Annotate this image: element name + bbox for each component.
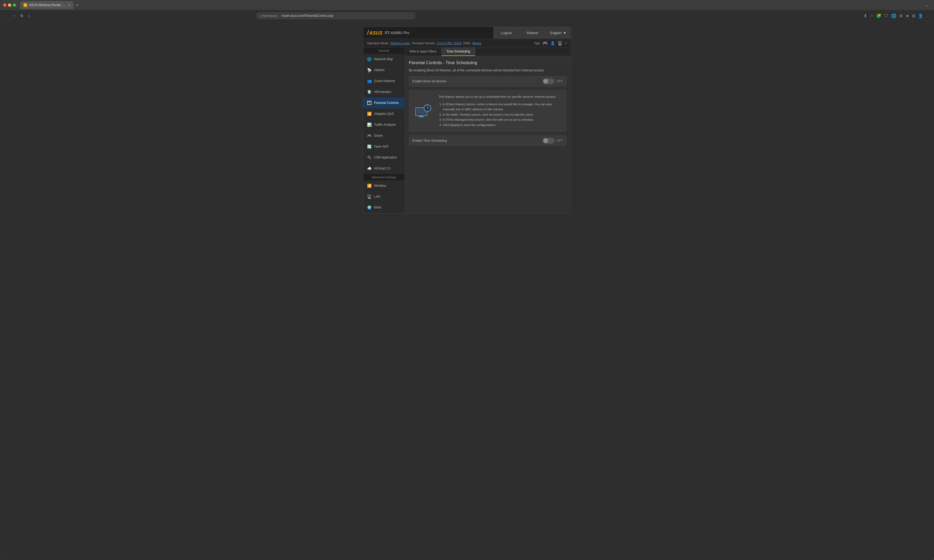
block-all-devices-row: Enable block all devices OFF — [409, 76, 566, 86]
globe-icon[interactable]: 🌐 — [891, 13, 897, 19]
user-icon[interactable]: 👤 — [550, 41, 555, 45]
sidebar-item-adaptive-qos[interactable]: 📶 Adaptive QoS — [363, 108, 404, 119]
monitor-icon[interactable]: 🖥️ — [558, 41, 562, 45]
main-layout: General 🌐 Network Map 📡 AiMesh 👥 Guest N… — [363, 48, 571, 213]
browser-tab[interactable]: A ASUS Wireless Router RT-AX8 × — [20, 1, 74, 9]
wireless-label: Wireless — [374, 184, 386, 188]
close-window-button[interactable] — [3, 3, 6, 7]
reboot-button[interactable]: Reboot — [519, 27, 546, 39]
language-selector[interactable]: English ▼ — [546, 27, 571, 39]
network-map-label: Network Map — [374, 57, 393, 61]
page-title: Parental Controls - Time Scheduling — [409, 60, 566, 65]
network-share-icon[interactable]: ⑂ — [565, 41, 567, 45]
operation-mode-value[interactable]: Wireless router — [390, 42, 410, 45]
aiprotection-icon: 🛡️ — [367, 89, 372, 95]
ssid-label: SSID: — [463, 42, 471, 45]
block-all-toggle-track[interactable] — [543, 78, 555, 84]
bookmark-icon[interactable]: ☆ — [869, 13, 874, 19]
tab-time-scheduling[interactable]: Time Scheduling — [442, 48, 475, 56]
asus-logo-text: /ASUS — [367, 29, 382, 36]
sidebar-item-parental-controls[interactable]: 👨‍👩‍👧 Parental Controls — [363, 97, 404, 108]
browser-window: A ASUS Wireless Router RT-AX8 × + ⌄ ← → … — [0, 0, 934, 560]
sidebar-item-lan[interactable]: 🖥️ LAN — [363, 191, 404, 202]
instruction-item-4: Click [Apply] to save the configurations… — [443, 123, 563, 128]
guest-network-label: Guest Network — [374, 79, 395, 83]
router-header: /ASUS RT-AX86U Pro Logout Reboot English… — [363, 27, 571, 39]
traffic-analyzer-label: Traffic Analyzer — [374, 123, 396, 126]
status-icons: App 🎮 👤 🖥️ ⑂ — [534, 40, 567, 46]
svg-rect-3 — [418, 117, 424, 117]
usb-application-label: USB Application — [374, 155, 397, 159]
puzzle-icon[interactable]: ⚙ — [899, 13, 903, 19]
firmware-value[interactable]: 3.0.0.4.388_22525 — [437, 42, 462, 45]
feature-icon-area — [413, 94, 434, 128]
wireless-icon: 📶 — [367, 183, 372, 188]
new-tab-button[interactable]: + — [74, 2, 81, 9]
logout-button[interactable]: Logout — [493, 27, 519, 39]
guest-network-icon: 👥 — [367, 78, 372, 84]
block-all-toggle[interactable]: OFF — [543, 78, 563, 84]
time-scheduling-label: Enable Time Scheduling — [412, 139, 543, 143]
game-label: Game — [374, 134, 383, 137]
sidebar-item-aicloud[interactable]: ☁️ AiCloud 2.0 — [363, 163, 404, 174]
sidebar-item-traffic-analyzer[interactable]: 📊 Traffic Analyzer — [363, 119, 404, 130]
extensions-icon[interactable]: 🧩 — [875, 13, 882, 19]
block-all-label: Enable block all devices — [412, 79, 543, 83]
sidebar-item-open-nat[interactable]: 🔄 Open NAT — [363, 141, 404, 152]
menu-icon[interactable]: ⋮ — [925, 13, 931, 19]
aiprotection-label: AiProtection — [374, 90, 391, 94]
grid-icon[interactable]: ⊞ — [911, 13, 916, 19]
tab-chevron-button[interactable]: ⌄ — [923, 2, 931, 8]
time-scheduling-row: Enable Time Scheduling OFF — [409, 135, 566, 146]
gamepad-icon[interactable]: 🎮 — [543, 40, 548, 46]
sidebar-item-wan[interactable]: 🌍 WAN — [363, 202, 404, 213]
lan-icon: 🖥️ — [367, 194, 372, 199]
time-scheduling-toggle-knob — [543, 138, 548, 143]
sidebar-item-wireless[interactable]: 📶 Wireless — [363, 180, 404, 191]
content-body: Parental Controls - Time Scheduling By e… — [405, 56, 571, 154]
sidebar: General 🌐 Network Map 📡 AiMesh 👥 Guest N… — [363, 48, 405, 213]
firmware-label: Firmware Version: — [412, 42, 436, 45]
sidebar-item-network-map[interactable]: 🌐 Network Map — [363, 54, 404, 65]
router-model-text: RT-AX86U Pro — [385, 31, 409, 35]
address-field[interactable]: ⚠ Not Secure | router.asus.com/ParentalC… — [256, 12, 416, 20]
home-button[interactable]: ⌂ — [27, 12, 31, 19]
tab-favicon-icon: A — [23, 3, 27, 7]
asus-slash-icon: / — [367, 29, 368, 36]
adaptive-qos-label: Adaptive QoS — [374, 112, 394, 115]
sidebar-item-game[interactable]: 🎮 Game — [363, 130, 404, 141]
sidebar-item-aimesh[interactable]: 📡 AiMesh — [363, 65, 404, 76]
sidebar-item-aiprotection[interactable]: 🛡️ AiProtection — [363, 86, 404, 97]
header-buttons: Logout Reboot English ▼ — [493, 27, 571, 39]
chevron-down-icon: ▼ — [563, 31, 566, 35]
ssid-value[interactable]: Mezha — [472, 42, 481, 45]
shield-icon[interactable]: 🛡 — [884, 13, 889, 18]
time-scheduling-toggle-track[interactable] — [543, 138, 555, 144]
share-icon[interactable]: ⬆ — [863, 13, 868, 19]
instruction-item-2: In the [Add / Delete] column, click the … — [443, 112, 563, 117]
sidebar-item-guest-network[interactable]: 👥 Guest Network — [363, 76, 404, 86]
aimesh-icon: 📡 — [367, 68, 372, 73]
tab-close-button[interactable]: × — [68, 3, 70, 7]
parental-controls-label: Parental Controls — [374, 101, 399, 105]
sidebar-item-usb-application[interactable]: 🔌 USB Application — [363, 152, 404, 163]
back-button[interactable]: ← — [3, 12, 9, 19]
profile-icon[interactable]: 👤 — [917, 13, 924, 19]
router-container: /ASUS RT-AX86U Pro Logout Reboot English… — [363, 27, 571, 214]
minimize-window-button[interactable] — [8, 3, 11, 7]
tab-web-apps-filters[interactable]: Web & Apps Filters — [405, 48, 442, 56]
description-text: By enabling Block All Devices, all of th… — [409, 68, 566, 72]
warning-icon: ⚠ — [259, 14, 262, 18]
operation-mode-label: Operation Mode: — [367, 42, 389, 45]
advanced-settings-label: Advanced Settings — [363, 174, 404, 180]
time-scheduling-toggle[interactable]: OFF — [543, 138, 563, 144]
forward-button[interactable]: → — [11, 12, 17, 19]
app-label: App — [534, 41, 540, 45]
not-secure-indicator: ⚠ Not Secure | — [259, 14, 280, 18]
svg-point-8 — [427, 108, 428, 108]
aimesh-label: AiMesh — [374, 68, 385, 72]
star-icon[interactable]: ★ — [905, 13, 910, 19]
reload-button[interactable]: ↻ — [19, 12, 25, 19]
adaptive-qos-icon: 📶 — [367, 111, 372, 117]
maximize-window-button[interactable] — [13, 3, 16, 7]
